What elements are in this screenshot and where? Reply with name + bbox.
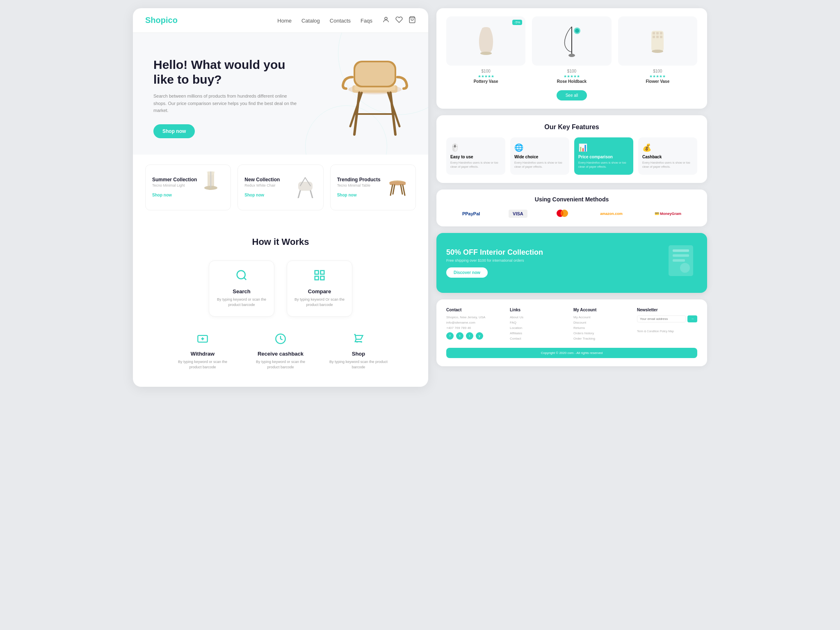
flower-vase-name: Flower Vase (618, 79, 697, 84)
svg-rect-6 (355, 62, 395, 86)
products-top-section: -5% $100 ★★★★★ Pottery Vase (436, 8, 707, 109)
step-search: Search By typing keyword or scan the pro… (209, 260, 274, 317)
instagram-icon[interactable]: i (466, 332, 473, 340)
footer-discount-link[interactable]: Discount (573, 321, 630, 324)
svg-rect-55 (673, 254, 689, 257)
footer-tracking-link[interactable]: Order Tracking (573, 337, 630, 340)
newsletter-email-input[interactable] (637, 315, 686, 322)
hero-image (334, 33, 416, 155)
footer-newsletter: Newsletter → Term & Condition Policy Map (637, 308, 697, 342)
step-cashback-label: Receive cashback (250, 351, 311, 357)
footer-location[interactable]: Location (510, 326, 567, 330)
card-subtitle-trending: Tecno Minimal Table (337, 183, 381, 187)
youtube-icon[interactable]: y (476, 332, 483, 340)
facebook-icon[interactable]: f (446, 332, 454, 340)
card-title-trending: Trending Products (337, 177, 381, 183)
steps-row-2: Withdraw By typing keyword or scan the p… (133, 325, 428, 387)
svg-rect-44 (653, 32, 655, 34)
mastercard-logo (553, 208, 572, 220)
product-rose-holdback: $100 ★★★★★ Rose Holdback (532, 16, 611, 84)
card-shop-new[interactable]: Shop now (244, 193, 264, 197)
pottery-vase-image: -5% (446, 16, 525, 66)
svg-line-28 (244, 278, 246, 280)
svg-line-23 (390, 185, 393, 195)
step-cashback: Receive cashback By typing keyword or sc… (250, 333, 311, 370)
promo-cta-button[interactable]: Discover now (446, 267, 488, 278)
footer-returns-link[interactable]: Returns (573, 326, 630, 330)
feature-wide-choice: 🌐 Wide choice Every Handrefoo users is s… (510, 137, 569, 175)
step-search-desc: By typing keyword or scan the product ba… (216, 297, 267, 308)
footer-contact: Contact Shopico, New Jersey, USA info@si… (446, 308, 503, 342)
user-icon[interactable] (382, 16, 390, 25)
footer-about[interactable]: About Us (510, 315, 567, 319)
footer-contact-link[interactable]: Contact (510, 337, 567, 340)
feature-cashback-desc: Every Handrefoo users is show or too cle… (642, 161, 693, 169)
svg-rect-56 (673, 259, 685, 262)
feature-cashback: 💰 Cashback Every Handrefoo users is show… (638, 137, 697, 175)
wishlist-icon[interactable] (395, 16, 403, 25)
feature-price-desc: Every Handrefoo users is show or too cle… (578, 161, 629, 169)
svg-rect-54 (673, 249, 689, 252)
promo-banner: 50% OFF Interior Collection Free shippin… (436, 233, 707, 293)
svg-rect-16 (298, 182, 313, 191)
svg-point-57 (680, 263, 690, 273)
card-shop-summer[interactable]: Shop now (152, 193, 172, 197)
step-search-label: Search (216, 288, 267, 294)
footer-account-title: My Account (573, 308, 630, 312)
step-shop-label: Shop (328, 351, 389, 357)
see-all-button[interactable]: See all (557, 90, 587, 100)
moneygram-logo: 💳 MoneyGram (651, 210, 685, 217)
product-badge: -5% (512, 20, 522, 25)
terms-link[interactable]: Term & Condition Policy Map (637, 330, 697, 333)
svg-rect-48 (656, 36, 659, 38)
footer-phone: +407 769 789 46 (446, 326, 503, 330)
step-compare: Compare By typing keyword Or scan the pr… (287, 260, 352, 317)
nav-faqs[interactable]: Faqs (361, 18, 372, 24)
footer-social: f t i y (446, 332, 503, 340)
nav-contacts[interactable]: Contacts (330, 18, 351, 24)
payment-section: Using Convenient Methods PPayPal VISA am… (436, 189, 707, 226)
site-logo: Shopico (145, 16, 178, 25)
rose-holdback-price: $100 (532, 69, 611, 73)
step-compare-desc: By typing keyword Or scan the product ba… (294, 297, 345, 308)
card-img-summer (201, 171, 224, 203)
shop-now-button[interactable]: Shop now (153, 124, 195, 138)
step-shop: Shop By typing keyword scan the product … (328, 333, 389, 370)
nav-catalog[interactable]: Catalog (301, 18, 320, 24)
withdraw-icon (172, 333, 233, 347)
footer-faq[interactable]: FAQ (510, 321, 567, 324)
newsletter-submit-button[interactable]: → (687, 315, 697, 322)
pottery-vase-price: $100 (446, 69, 525, 73)
card-shop-trending[interactable]: Shop now (337, 193, 357, 197)
wide-choice-icon: 🌐 (514, 143, 565, 152)
steps-row-1: Search By typing keyword or scan the pro… (145, 260, 416, 317)
nav-home[interactable]: Home (277, 18, 292, 24)
twitter-icon[interactable]: t (456, 332, 463, 340)
key-features-title: Our Key Features (446, 123, 697, 131)
footer-my-account-link[interactable]: My Account (573, 315, 630, 319)
footer-affiliates[interactable]: Affiliates (510, 331, 567, 335)
how-it-works-section: How it Works Search By typing keyword or… (133, 220, 428, 325)
product-card-summer: Summer Collection Tecno Minimal Light Sh… (145, 164, 231, 210)
right-panel: -5% $100 ★★★★★ Pottery Vase (436, 8, 707, 387)
price-comparison-icon: 📊 (578, 143, 629, 152)
cashback-feature-icon: 💰 (642, 143, 693, 152)
svg-point-38 (480, 52, 492, 55)
feature-cashback-label: Cashback (642, 155, 693, 159)
footer-links-title: Links (510, 308, 567, 312)
svg-rect-45 (656, 32, 659, 34)
footer-links: Links About Us FAQ Location Affiliates C… (510, 308, 567, 342)
page-wrapper: Shopico Home Catalog Contacts Faqs (133, 8, 707, 387)
hero-section: Hello! What would you like to buy? Searc… (133, 33, 428, 155)
svg-line-26 (401, 185, 402, 194)
cart-icon[interactable] (409, 16, 416, 25)
features-grid: 🖱️ Easy to use Every Handrefoo users is … (446, 137, 697, 175)
footer-orders-link[interactable]: Orders history (573, 331, 630, 335)
footer-my-account: My Account My Account Discount Returns O… (573, 308, 630, 342)
payment-logos: PPayPal VISA amazon.com 💳 MoneyGram (446, 208, 697, 220)
svg-line-18 (310, 191, 313, 198)
svg-line-25 (393, 185, 395, 194)
pottery-vase-stars: ★★★★★ (446, 74, 525, 78)
card-img-new (294, 173, 317, 201)
left-panel: Shopico Home Catalog Contacts Faqs (133, 8, 428, 387)
